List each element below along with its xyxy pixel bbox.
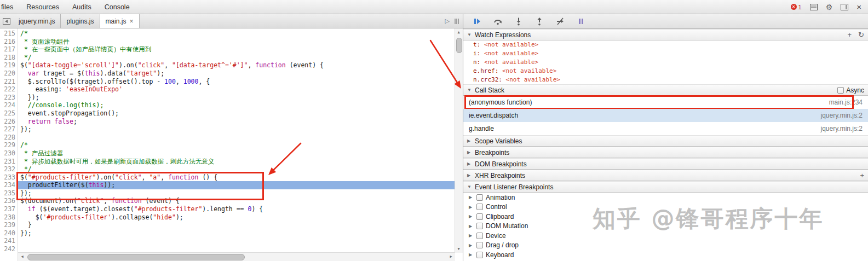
scroll-up-icon[interactable]: ▲	[455, 28, 462, 36]
line-number[interactable]: 222	[0, 85, 18, 94]
scroll-right-icon[interactable]: ▶	[447, 253, 455, 260]
line-number[interactable]: 238	[0, 213, 18, 222]
section-breakpoints[interactable]: ▶Breakpoints	[463, 147, 868, 158]
code-line: $('#products-filter').collapse("hide");	[18, 213, 463, 222]
watch-expression[interactable]: e.href: <not available>	[463, 67, 868, 76]
error-icon: ✕	[791, 4, 797, 10]
line-number[interactable]: 235	[0, 189, 18, 198]
section-event-listener-breakpoints[interactable]: ▼ Event Listener Breakpoints	[463, 181, 868, 193]
file-tab-jquery-min-js[interactable]: jquery.min.js	[13, 14, 61, 28]
line-number[interactable]: 226	[0, 118, 18, 126]
close-icon[interactable]: ×	[856, 3, 861, 11]
event-breakpoint-drag-drop[interactable]: ▶Drag / drop	[463, 241, 868, 251]
vertical-scroll-thumb[interactable]	[456, 38, 462, 53]
add-xhr-breakpoint-icon[interactable]: +	[860, 172, 864, 179]
add-watch-icon[interactable]: +	[848, 31, 852, 38]
tab-close-icon[interactable]: ×	[130, 18, 134, 25]
line-number[interactable]: 215	[0, 30, 18, 38]
line-number[interactable]: 228	[0, 134, 18, 142]
line-number[interactable]: 230	[0, 149, 18, 158]
event-breakpoint-keyboard[interactable]: ▶Keyboard	[463, 250, 868, 260]
event-breakpoint-clipboard[interactable]: ▶Clipboard	[463, 212, 868, 222]
navigator-toggle-icon[interactable]	[0, 14, 13, 28]
event-breakpoint-checkbox[interactable]	[476, 213, 483, 220]
line-number[interactable]: 236	[0, 197, 18, 205]
error-count-badge[interactable]: ✕ 1	[791, 4, 802, 10]
event-breakpoint-checkbox[interactable]	[476, 194, 483, 201]
watch-expression[interactable]: n.crc32: <not available>	[463, 76, 868, 84]
code-editor[interactable]: 2152162172182192202212222232242252262272…	[0, 28, 463, 261]
section-dom-breakpoints[interactable]: ▶DOM Breakpoints	[463, 158, 868, 170]
overflow-tabs-icon[interactable]: ▷	[445, 18, 450, 25]
event-breakpoint-checkbox[interactable]	[476, 233, 483, 239]
line-number[interactable]: 218	[0, 54, 18, 62]
line-number[interactable]: 242	[0, 245, 18, 253]
step-over-button[interactable]	[493, 17, 503, 26]
event-breakpoint-checkbox[interactable]	[476, 252, 483, 258]
line-number[interactable]: 225	[0, 109, 18, 118]
editor-splitter-icon[interactable]	[454, 18, 459, 25]
pause-on-exceptions-button[interactable]	[576, 17, 586, 26]
editor-vertical-scrollbar[interactable]: ▲ ▼	[455, 28, 463, 253]
line-number[interactable]: 232	[0, 165, 18, 173]
file-tab-main-js[interactable]: main.js×	[100, 14, 140, 28]
watch-title: Watch Expressions	[475, 31, 531, 39]
line-number[interactable]: 241	[0, 237, 18, 245]
panel-tab-resources[interactable]: Resources	[26, 3, 59, 11]
watch-value: <not available>	[484, 59, 538, 66]
line-number[interactable]: 223	[0, 94, 18, 102]
line-number[interactable]: 216	[0, 38, 18, 46]
settings-gear-icon[interactable]: ⚙	[826, 3, 833, 11]
panel-tab-audits[interactable]: Audits	[72, 3, 91, 11]
section-scope-variables[interactable]: ▶Scope Variables	[463, 135, 868, 147]
section-watch-expressions[interactable]: ▼ Watch Expressions + ↻	[463, 29, 868, 40]
line-number[interactable]: 231	[0, 158, 18, 166]
dock-side-icon[interactable]	[841, 4, 848, 10]
toolbar-right: ✕ 1 ⚙ ×	[791, 3, 868, 11]
step-out-button[interactable]	[534, 17, 544, 26]
panel-tab-files[interactable]: files	[1, 3, 13, 11]
event-breakpoint-checkbox[interactable]	[476, 223, 483, 229]
deactivate-breakpoints-button[interactable]	[555, 17, 565, 26]
horizontal-scroll-thumb[interactable]	[27, 254, 245, 260]
line-number[interactable]: 219	[0, 61, 18, 69]
line-number[interactable]: 233	[0, 173, 18, 182]
event-breakpoint-checkbox[interactable]	[476, 204, 483, 210]
call-stack-frame[interactable]: g.handlejquery.min.js:2	[463, 122, 868, 135]
console-drawer-icon[interactable]	[810, 4, 818, 10]
file-tab-plugins-js[interactable]: plugins.js	[61, 14, 100, 28]
scroll-left-icon[interactable]: ◀	[18, 253, 26, 260]
watch-expression[interactable]: i: <not available>	[463, 49, 868, 58]
line-number[interactable]: 234	[0, 181, 18, 189]
line-number[interactable]: 239	[0, 221, 18, 229]
event-breakpoint-device[interactable]: ▶Device	[463, 231, 868, 241]
code-line: $(document).on("click", function (event)…	[18, 197, 463, 205]
panel-tab-console[interactable]: Console	[105, 3, 130, 11]
line-number[interactable]: 221	[0, 78, 18, 86]
line-number[interactable]: 220	[0, 69, 18, 78]
scroll-down-icon[interactable]: ▼	[455, 245, 462, 253]
resume-button[interactable]	[472, 17, 482, 26]
line-number[interactable]: 240	[0, 229, 18, 237]
section-call-stack[interactable]: ▼ Call Stack Async	[463, 84, 868, 96]
line-number[interactable]: 237	[0, 205, 18, 213]
step-into-button[interactable]	[514, 17, 524, 26]
code-line: easing: 'easeInOutExpo'	[18, 85, 463, 94]
event-breakpoint-checkbox[interactable]	[476, 242, 483, 248]
refresh-watch-icon[interactable]: ↻	[858, 31, 864, 38]
editor-horizontal-scrollbar[interactable]: ◀ ▶	[18, 252, 455, 261]
async-checkbox[interactable]	[837, 87, 844, 94]
line-number[interactable]: 224	[0, 101, 18, 109]
event-breakpoint-animation[interactable]: ▶Animation	[463, 193, 868, 202]
line-number[interactable]: 229	[0, 141, 18, 149]
call-stack-frame[interactable]: (anonymous function)main.js:234	[463, 96, 868, 109]
chevron-right-icon: ▶	[469, 252, 474, 257]
call-stack-frame[interactable]: ie.event.dispatchjquery.min.js:2	[463, 109, 868, 122]
event-breakpoint-control[interactable]: ▶Control	[463, 202, 868, 212]
watch-expression[interactable]: n: <not available>	[463, 58, 868, 67]
line-number[interactable]: 217	[0, 45, 18, 54]
watch-expression[interactable]: t: <not available>	[463, 40, 868, 49]
section-xhr-breakpoints[interactable]: ▶XHR Breakpoints+	[463, 170, 868, 181]
event-breakpoint-dom-mutation[interactable]: ▶DOM Mutation	[463, 222, 868, 231]
line-number[interactable]: 227	[0, 125, 18, 134]
